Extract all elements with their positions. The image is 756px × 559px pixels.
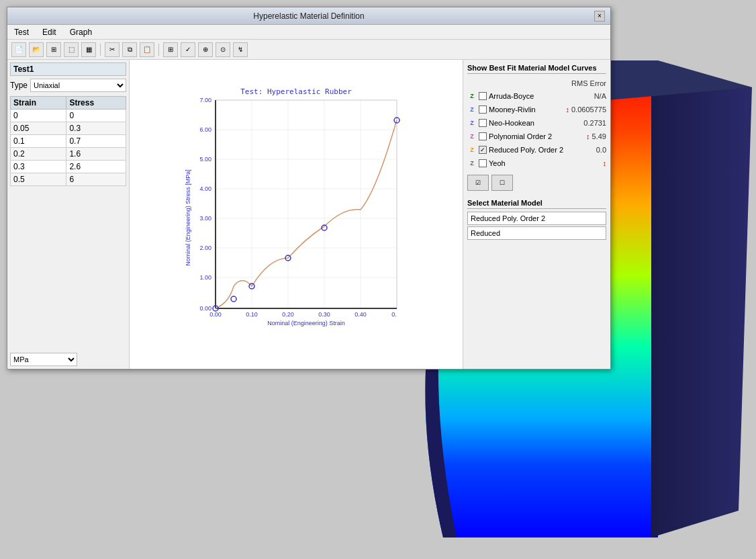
toolbar-cut[interactable]: ✂ [105,42,120,57]
mooney-checkbox[interactable] [479,105,487,114]
mooney-rms: 0.0605775 [571,105,606,114]
poly2-rms: 5.49 [592,132,606,140]
col-stress: Stress [66,97,126,110]
svg-text:Nominal (Engineering) Strain: Nominal (Engineering) Strain [267,320,345,327]
selected-model-1[interactable]: Reduced Poly. Order 2 [467,212,606,225]
main-content: Test1 Type Uniaxial Strain Stress 000.05… [7,60,610,369]
toolbar-btn3[interactable]: ⊞ [46,42,61,57]
chart-area: Test: Hyperelastic Rubber [130,60,463,369]
model-row-arruda: Z Arruda-Boyce N/A [467,91,606,101]
model-row-reduced: Z ✓ Reduced Poly. Order 2 0.0 [467,145,606,155]
svg-text:0.10: 0.10 [246,311,258,318]
select-all-btn[interactable]: ☑ [467,175,489,191]
rms-header: RMS Error [467,79,606,87]
toolbar-sep2 [158,44,159,56]
yeoh-rms-icon: ↕ [603,159,607,167]
toolbar-sep1 [100,44,101,56]
svg-text:2.00: 2.00 [199,245,211,251]
type-label: Type [10,81,28,90]
arruda-icon: Z [467,91,477,101]
right-panel: Show Best Fit Material Model Curves RMS … [463,60,610,369]
type-select[interactable]: Uniaxial [30,79,126,92]
toolbar: 📄 📂 ⊞ ⬚ ▦ ✂ ⧉ 📋 ⊞ ✓ ⊕ ⊙ ↯ [7,40,610,60]
table-row: 00 [11,110,126,122]
toolbar-copy[interactable]: ⧉ [122,42,137,57]
svg-text:4.00: 4.00 [199,185,211,192]
yeoh-name: Yeoh [489,159,601,167]
reduced-rms: 0.0 [596,146,606,154]
mooney-rms-icon: ↕ [566,105,570,114]
svg-text:Test: Hyperelastic Rubber: Test: Hyperelastic Rubber [240,87,352,96]
menu-bar: Test Edit Graph [7,25,610,40]
table-row: 0.32.6 [11,161,126,173]
neo-icon: Z [467,118,477,128]
type-row: Type Uniaxial [10,79,126,92]
toolbar-grid[interactable]: ⊞ [163,42,178,57]
model-row-neo: Z Neo-Hookean 0.2731 [467,118,606,128]
neo-checkbox[interactable] [479,119,487,127]
clear-all-btn[interactable]: ☐ [491,175,513,191]
svg-text:0.30: 0.30 [318,311,330,318]
svg-text:5.00: 5.00 [199,156,211,163]
table-row: 0.050.3 [11,122,126,135]
svg-text:0.20: 0.20 [282,311,294,318]
toolbar-paste[interactable]: 📋 [140,42,154,57]
reduced-icon: Z [467,145,477,155]
menu-edit[interactable]: Edit [41,28,58,37]
title-bar: Hyperelastic Material Definition × [7,7,610,25]
arruda-name: Arruda-Boyce [489,92,592,100]
best-fit-title: Show Best Fit Material Model Curves [467,64,606,74]
svg-text:Nominal (Engineering) Stress [: Nominal (Engineering) Stress [MPa] [185,169,191,266]
svg-text:3.00: 3.00 [199,215,211,222]
toolbar-new[interactable]: 📄 [11,42,26,57]
select-model-section: Select Material Model Reduced Poly. Orde… [467,199,606,240]
table-row: 0.10.7 [11,135,126,148]
arruda-rms: N/A [594,92,606,100]
toolbar-zoom-in[interactable]: ⊕ [198,42,213,57]
poly2-rms-icon: ↕ [586,132,590,140]
table-row: 0.56 [11,173,126,186]
arruda-checkbox[interactable] [479,92,487,100]
toolbar-check[interactable]: ✓ [181,42,195,57]
poly2-name: Polynomial Order 2 [489,132,584,140]
select-model-title: Select Material Model [467,199,606,209]
model-row-yeoh: Z Yeoh ↕ [467,159,606,168]
toolbar-btn4[interactable]: ⬚ [64,42,79,57]
toolbar-export[interactable]: ↯ [233,42,248,57]
poly2-icon: Z [467,132,477,141]
svg-text:7.00: 7.00 [199,97,211,103]
units-select[interactable]: MPa [10,353,77,366]
mooney-name: Mooney-Rivlin [489,105,564,114]
left-panel: Test1 Type Uniaxial Strain Stress 000.05… [7,60,130,369]
model-row-poly2: Z Polynomial Order 2 ↕ 5.49 [467,132,606,141]
test-label: Test1 [10,62,126,76]
toolbar-btn5[interactable]: ▦ [81,42,96,57]
reduced-name: Reduced Poly. Order 2 [489,146,594,154]
svg-text:1.00: 1.00 [199,274,211,281]
svg-text:0.: 0. [391,311,397,318]
svg-text:6.00: 6.00 [199,126,211,133]
neo-name: Neo-Hookean [489,119,581,127]
yeoh-icon: Z [467,159,477,168]
reduced-checkbox[interactable]: ✓ [479,146,487,154]
yeoh-checkbox[interactable] [479,159,487,167]
selected-model-2[interactable]: Reduced [467,226,606,240]
menu-test[interactable]: Test [13,28,30,37]
neo-rms: 0.2731 [583,119,606,127]
col-strain: Strain [11,97,66,110]
rms-error-label: RMS Error [571,79,606,87]
data-table: Strain Stress 000.050.30.10.70.21.60.32.… [10,96,126,186]
mooney-icon: Z [467,105,477,114]
svg-text:0.40: 0.40 [355,311,367,318]
model-row-mooney: Z Mooney-Rivlin ↕ 0.0605775 [467,105,606,114]
svg-rect-1 [216,100,397,308]
toolbar-zoom-fit[interactable]: ⊙ [216,42,230,57]
toolbar-open[interactable]: 📂 [29,42,44,57]
poly2-checkbox[interactable] [479,132,487,140]
menu-graph[interactable]: Graph [68,28,93,37]
table-row: 0.21.6 [11,148,126,161]
window-title: Hyperelastic Material Definition [23,11,594,21]
close-button[interactable]: × [594,11,605,22]
main-dialog: Hyperelastic Material Definition × Test … [7,7,611,370]
action-buttons: ☑ ☐ [467,175,606,191]
